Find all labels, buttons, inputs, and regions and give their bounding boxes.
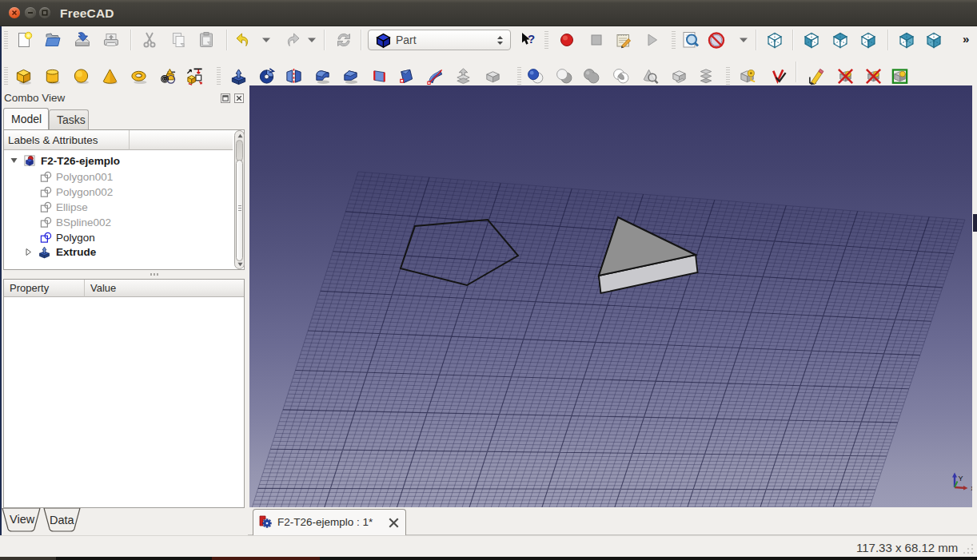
svg-text:Data: Data [50, 514, 75, 526]
svg-text:Y: Y [959, 475, 963, 483]
svg-text:View: View [10, 513, 35, 526]
svg-text:?: ? [528, 32, 535, 46]
